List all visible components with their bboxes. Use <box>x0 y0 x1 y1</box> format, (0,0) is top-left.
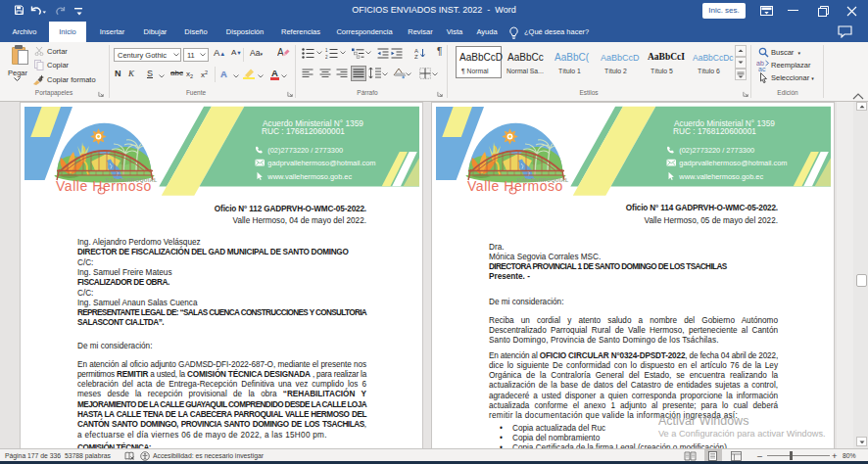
svg-text:gadprvallehermoso@hotmail.com: gadprvallehermoso@hotmail.com <box>267 159 375 167</box>
svg-text:Z: Z <box>414 54 418 59</box>
svg-text:(02)2773220 / 2773300: (02)2773220 / 2773300 <box>267 146 343 155</box>
svg-text:RUC : 1768120600001: RUC : 1768120600001 <box>673 126 756 136</box>
svg-text:gadprvallehermoso@hotmail.com: gadprvallehermoso@hotmail.com <box>679 159 787 167</box>
svg-text:www.vallehermoso.gob.ec: www.vallehermoso.gob.ec <box>266 172 352 181</box>
svg-text:(02)2773220 / 2773300: (02)2773220 / 2773300 <box>679 146 754 155</box>
svg-text:ac: ac <box>758 66 766 72</box>
svg-text:1: 1 <box>325 48 328 53</box>
svg-text:www.vallehermoso.gob.ec: www.vallehermoso.gob.ec <box>678 172 763 181</box>
svg-text:A: A <box>277 47 284 58</box>
svg-text:RUC : 1768120600001: RUC : 1768120600001 <box>262 126 345 136</box>
svg-text:GAD PARROQUIAL: GAD PARROQUIAL <box>106 177 158 183</box>
svg-text:2: 2 <box>325 55 328 59</box>
svg-text:GAD PARROQUIAL: GAD PARROQUIAL <box>517 177 569 183</box>
